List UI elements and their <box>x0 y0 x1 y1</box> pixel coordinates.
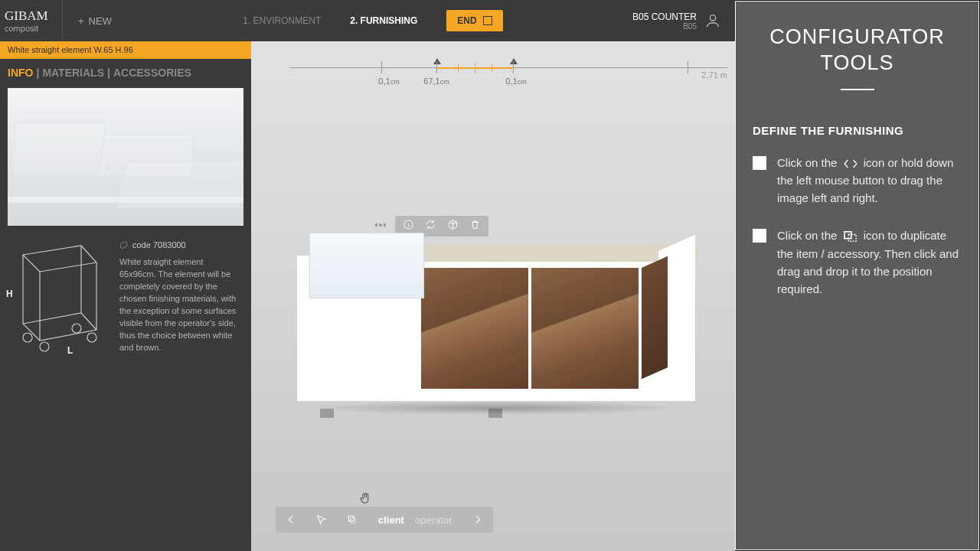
brand-logo: GIBAM composit <box>0 0 63 41</box>
ruler-c: 0,1cm <box>505 77 526 86</box>
brand-line1: GIBAM <box>5 8 57 24</box>
save-icon <box>483 16 492 25</box>
user-block[interactable]: B05 COUNTER B05 <box>619 11 735 31</box>
help-title: CONFIGURATORTOOLS <box>753 24 962 77</box>
user-sub: B05 <box>632 22 697 31</box>
element-code: code 7083000 <box>119 240 239 252</box>
viewport-3d[interactable]: 0,1cm 67,1cm 0,1cm 2,71 m client <box>251 41 735 551</box>
duplicate-outline-icon <box>843 230 858 243</box>
furniture-render[interactable] <box>297 233 695 409</box>
svg-rect-10 <box>848 235 856 242</box>
help-tip-1: Click on the icon or hold down the left … <box>753 154 962 207</box>
selected-element-strip: White straight element W.65 H.96 <box>0 41 251 59</box>
step-furnishing[interactable]: 2. FURNISHING <box>350 15 417 26</box>
inspector-panel: White straight element W.65 H.96 INFO | … <box>0 41 251 551</box>
cube-icon[interactable] <box>447 219 459 233</box>
svg-rect-7 <box>348 516 354 521</box>
ruler: 0,1cm 67,1cm 0,1cm 2,71 m <box>289 49 727 87</box>
step-environment[interactable]: 1. ENVIRONMENT <box>243 15 321 26</box>
checkbox-icon <box>753 229 766 243</box>
top-bar: GIBAM composit + NEW 1. ENVIRONMENT 2. F… <box>0 0 735 41</box>
new-project-button[interactable]: + NEW <box>63 15 127 27</box>
next-button[interactable] <box>462 507 493 533</box>
ruler-total: 2,71 m <box>701 70 727 80</box>
info-icon[interactable] <box>403 219 414 233</box>
viewport-bottom-bar: client operator <box>276 507 493 533</box>
ruler-a: 0,1cm <box>378 77 399 86</box>
svg-rect-8 <box>351 518 356 523</box>
svg-point-5 <box>380 223 382 226</box>
new-label: NEW <box>89 15 112 27</box>
duplicate-icon[interactable] <box>337 507 368 533</box>
brand-line2: composit <box>5 24 57 33</box>
end-label: END <box>457 15 476 26</box>
checkbox-icon <box>753 156 766 170</box>
inspector-tabs: INFO | MATERIALS | ACCESSORIES <box>0 59 251 85</box>
step-nav: 1. ENVIRONMENT 2. FURNISHING END <box>127 10 619 31</box>
help-panel: CONFIGURATORTOOLS DEFINE THE FURNISHING … <box>735 1 979 550</box>
help-tip-2: Click on the icon to duplicate the item … <box>753 227 962 298</box>
svg-point-3 <box>87 333 96 342</box>
trash-icon[interactable] <box>469 219 481 233</box>
angle-brackets-icon <box>843 158 858 170</box>
tab-accessories[interactable]: ACCESSORIES <box>113 67 191 79</box>
prev-button[interactable] <box>276 507 306 533</box>
svg-point-2 <box>40 342 49 351</box>
refresh-icon[interactable] <box>425 219 436 233</box>
dim-l: L <box>67 345 73 356</box>
ruler-b: 67,1cm <box>423 77 449 86</box>
user-icon <box>704 12 721 29</box>
svg-rect-9 <box>844 232 851 239</box>
user-name: B05 COUNTER <box>632 11 697 22</box>
svg-point-1 <box>23 333 32 342</box>
view-client[interactable]: client <box>378 514 404 526</box>
wireframe-diagram: H L <box>8 240 106 354</box>
view-operator[interactable]: operator <box>415 514 452 526</box>
view-toggle: client operator <box>368 514 462 526</box>
help-heading: DEFINE THE FURNISHING <box>753 124 962 137</box>
element-spec: H L code 7083000 White straight element … <box>0 226 251 362</box>
plus-icon: + <box>78 15 84 27</box>
dim-h: H <box>6 289 13 299</box>
svg-point-0 <box>710 15 715 21</box>
hand-cursor-icon <box>358 491 372 508</box>
element-description: White straight element 65x96cm. The elem… <box>119 256 239 354</box>
tab-materials[interactable]: MATERIALS <box>42 67 104 79</box>
select-icon[interactable] <box>306 507 337 533</box>
tab-info[interactable]: INFO <box>8 67 33 79</box>
element-preview-image <box>8 88 243 226</box>
svg-point-4 <box>72 324 81 333</box>
end-button[interactable]: END <box>446 10 502 31</box>
